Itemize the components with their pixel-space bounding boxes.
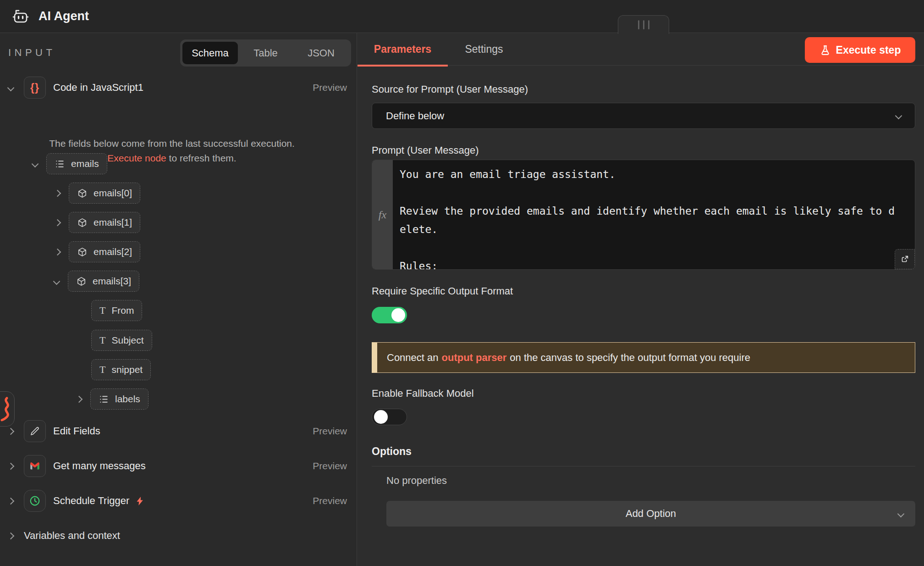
options-divider: [372, 466, 915, 466]
input-node-row-schedule[interactable]: Schedule Trigger Preview: [0, 490, 357, 512]
node-name: Get many messages: [53, 460, 146, 472]
tree-row: T snippet: [0, 359, 357, 381]
prompt-text[interactable]: You are an email triage assistant. Revie…: [393, 160, 915, 269]
node-name: Variables and context: [24, 530, 120, 542]
tree-row: emails[2]: [0, 241, 357, 263]
schema-item-label: emails[1]: [94, 217, 132, 228]
prompt-label: Prompt (User Message): [372, 144, 479, 156]
panel-drag-handle[interactable]: [618, 15, 669, 34]
output-parser-link: output parser: [442, 352, 507, 364]
chevron-down-icon[interactable]: [32, 160, 39, 167]
node-name: Schedule Trigger: [53, 495, 129, 507]
schema-item-from[interactable]: T From: [91, 300, 142, 321]
notice-text: The fields below come from the last succ…: [49, 138, 295, 149]
require-output-format-toggle[interactable]: [372, 307, 407, 323]
schema-item-label: emails: [71, 158, 99, 169]
display-mode-switcher: Schema Table JSON: [180, 39, 351, 67]
schema-item-emails[interactable]: emails: [46, 153, 107, 174]
require-output-format-label: Require Specific Output Format: [372, 285, 513, 297]
execute-step-button[interactable]: Execute step: [805, 37, 915, 63]
schema-item-labels[interactable]: labels: [90, 388, 148, 410]
cube-icon: [77, 247, 88, 257]
chevron-right-icon[interactable]: [7, 462, 15, 470]
input-panel-title: INPUT: [8, 47, 55, 59]
text-type-icon: T: [99, 334, 105, 346]
chevron-right-icon[interactable]: [7, 532, 15, 539]
expand-editor-button[interactable]: [895, 249, 915, 269]
output-parser-warning: Connect anoutput parseron the canvas to …: [372, 342, 915, 373]
chevron-down-icon: [895, 112, 902, 120]
chevron-down-icon[interactable]: [53, 277, 60, 285]
schema-item-emails3[interactable]: emails[3]: [68, 271, 139, 292]
robot-icon: [11, 7, 30, 26]
braces-icon: {}: [30, 82, 39, 94]
tree-row: emails[1]: [0, 211, 357, 233]
canvas-node-peek[interactable]: [0, 391, 15, 427]
expression-fx-gutter: fx: [372, 160, 393, 269]
chevron-right-icon[interactable]: [7, 427, 15, 435]
tab-table[interactable]: Table: [238, 42, 293, 64]
cube-icon: [77, 217, 88, 228]
prompt-editor[interactable]: fx You are an email triage assistant. Re…: [372, 160, 915, 270]
schema-item-label: emails[0]: [94, 188, 132, 199]
schema-item-subject[interactable]: T Subject: [91, 330, 152, 351]
options-heading: Options: [372, 445, 412, 458]
text-type-icon: T: [99, 305, 105, 316]
preview-link[interactable]: Preview: [313, 461, 347, 472]
input-node-row-variables[interactable]: Variables and context: [0, 525, 357, 547]
schema-item-emails0[interactable]: emails[0]: [69, 183, 140, 204]
trigger-bolt-icon: [135, 496, 145, 506]
warning-suffix: on the canvas to specify the output form…: [510, 352, 750, 364]
source-for-prompt-value: Define below: [386, 110, 444, 122]
preview-link[interactable]: Preview: [313, 426, 347, 437]
clock-icon: [24, 490, 46, 512]
schema-item-label: emails[3]: [93, 276, 131, 287]
parameters-panel: Parameters Settings Execute step Source …: [358, 33, 924, 566]
preview-link[interactable]: Preview: [313, 82, 347, 93]
tree-row: T From: [0, 300, 357, 322]
input-node-row-gmail[interactable]: Get many messages Preview: [0, 455, 357, 477]
flask-icon: [820, 44, 831, 56]
source-for-prompt-select[interactable]: Define below: [372, 103, 915, 129]
chevron-right-icon[interactable]: [54, 248, 61, 255]
ndv-overlay: AI Agent INPUT Schema Table JSON {} Code…: [0, 0, 924, 566]
node-header: AI Agent: [0, 0, 924, 33]
preview-link[interactable]: Preview: [313, 495, 347, 506]
schema-item-label: labels: [115, 394, 140, 405]
chevron-right-icon[interactable]: [76, 395, 83, 403]
node-name: Code in JavaScript1: [53, 82, 143, 94]
tab-parameters[interactable]: Parameters: [358, 33, 448, 66]
schema-item-emails1[interactable]: emails[1]: [69, 212, 140, 233]
chevron-right-icon[interactable]: [54, 189, 61, 197]
chevron-right-icon[interactable]: [7, 497, 15, 505]
schema-item-label: emails[2]: [94, 246, 132, 257]
no-properties-text: No properties: [386, 475, 447, 487]
chevron-down-icon[interactable]: [7, 84, 15, 91]
add-option-button[interactable]: Add Option: [386, 501, 915, 527]
tree-row: emails[0]: [0, 182, 357, 204]
tree-row: T Subject: [0, 329, 357, 351]
input-node-row[interactable]: {} Code in JavaScript1 Preview: [0, 77, 357, 99]
list-icon: [99, 394, 109, 405]
schema-item-label: From: [111, 305, 134, 316]
tree-row: emails[3]: [0, 270, 357, 292]
schema-item-label: snippet: [111, 364, 143, 375]
warning-prefix: Connect an: [387, 352, 439, 364]
cube-icon: [76, 276, 87, 287]
node-title: AI Agent: [38, 9, 89, 23]
input-node-row-edit-fields[interactable]: Edit Fields Preview: [0, 420, 357, 442]
fallback-model-toggle[interactable]: [372, 409, 407, 425]
cube-icon: [77, 188, 88, 199]
node-name: Edit Fields: [53, 425, 100, 437]
chevron-right-icon[interactable]: [54, 219, 61, 226]
schema-item-emails2[interactable]: emails[2]: [69, 241, 140, 262]
tab-schema[interactable]: Schema: [182, 42, 238, 64]
tab-json[interactable]: JSON: [293, 42, 349, 64]
execute-step-label: Execute step: [836, 44, 901, 56]
source-for-prompt-label: Source for Prompt (User Message): [372, 83, 528, 95]
tree-row: emails: [0, 153, 357, 175]
code-node-icon: {}: [24, 77, 46, 99]
tab-settings[interactable]: Settings: [448, 33, 520, 66]
schema-item-snippet[interactable]: T snippet: [91, 359, 151, 380]
add-option-label: Add Option: [386, 508, 915, 520]
